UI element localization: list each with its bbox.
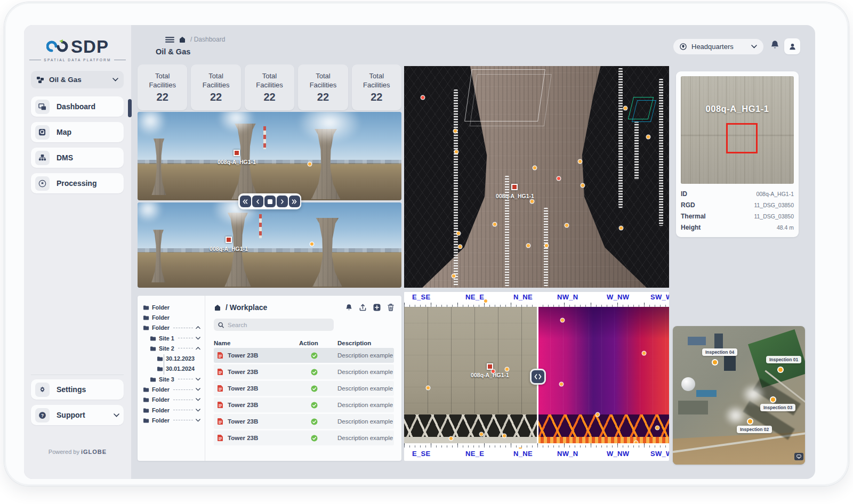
- sidebar-item-map[interactable]: Map: [31, 122, 124, 142]
- split-resize-handle[interactable]: [530, 369, 546, 385]
- tree-item-folder[interactable]: Folder: [143, 415, 202, 425]
- table-row[interactable]: Tower 23B Description example: [214, 397, 394, 412]
- defect-dot[interactable]: [505, 368, 509, 371]
- defect-dot[interactable]: [421, 96, 424, 99]
- hamburger-menu-icon[interactable]: [165, 36, 174, 43]
- row-action[interactable]: [299, 385, 337, 392]
- facility-marker[interactable]: [487, 363, 493, 370]
- tree-item-site-2[interactable]: Site 2: [143, 343, 202, 353]
- defect-dot[interactable]: [642, 352, 646, 355]
- inspection-pin-dot[interactable]: [778, 368, 783, 372]
- inspection-pin-dot[interactable]: [771, 397, 775, 402]
- tree-item-site-1[interactable]: Site 1: [143, 333, 202, 343]
- defect-dot[interactable]: [308, 162, 311, 166]
- chevron-up-icon[interactable]: [196, 326, 200, 329]
- defect-dot[interactable]: [530, 200, 534, 203]
- facility-marker[interactable]: [226, 237, 232, 243]
- breadcrumb[interactable]: / Dashboard: [190, 36, 225, 43]
- chevron-down-icon[interactable]: [196, 398, 200, 401]
- defect-dot[interactable]: [458, 245, 462, 248]
- trash-icon[interactable]: [388, 304, 394, 311]
- sidebar-item-support[interactable]: ? Support: [31, 405, 124, 425]
- first-button[interactable]: [240, 196, 251, 207]
- column-description[interactable]: Description: [337, 340, 371, 346]
- add-icon[interactable]: [373, 304, 381, 311]
- row-action[interactable]: [299, 402, 337, 409]
- location-select[interactable]: Headquarters: [673, 39, 763, 54]
- sidebar-item-dms[interactable]: DMS: [31, 148, 124, 168]
- facility-marker[interactable]: [234, 150, 240, 156]
- tree-item-folder[interactable]: Folder: [143, 302, 202, 312]
- gallery-photo-top[interactable]: 008q-A_HG1-1: [138, 112, 401, 200]
- defect-dot[interactable]: [656, 426, 659, 429]
- tree-item-folder[interactable]: Folder: [143, 312, 202, 322]
- defect-dot[interactable]: [557, 177, 560, 180]
- pointcloud-3d-viewer[interactable]: 008q-A_HG1-1: [404, 66, 669, 288]
- column-name[interactable]: Name: [214, 340, 299, 346]
- chevron-down-icon[interactable]: [196, 409, 200, 412]
- defect-dot[interactable]: [452, 274, 455, 278]
- tree-item-folder[interactable]: Folder: [143, 384, 202, 394]
- defect-dot[interactable]: [455, 150, 458, 153]
- column-action[interactable]: Action: [299, 340, 337, 346]
- defect-dot[interactable]: [426, 386, 430, 389]
- defect-dot[interactable]: [493, 223, 496, 226]
- sidebar-item-dashboard[interactable]: Dashboard: [31, 96, 124, 117]
- tree-item-folder[interactable]: Folder: [143, 395, 202, 405]
- chevron-down-icon[interactable]: [196, 337, 200, 340]
- inspection-pin-label[interactable]: Inspection 04: [702, 348, 737, 356]
- last-button[interactable]: [289, 196, 300, 207]
- tree-item-30-12-2023[interactable]: 30.12.2023: [143, 353, 202, 363]
- row-action[interactable]: [299, 418, 337, 425]
- defect-dot[interactable]: [647, 135, 650, 139]
- table-row[interactable]: Tower 23B Description example: [214, 381, 394, 396]
- table-row[interactable]: Tower 23B Description example: [214, 430, 394, 445]
- site-map-view[interactable]: Inspection 04Inspection 01Inspection 03I…: [673, 326, 805, 465]
- defect-dot[interactable]: [596, 413, 599, 416]
- home-icon[interactable]: [179, 36, 186, 43]
- search-input[interactable]: [228, 322, 329, 328]
- defect-dot[interactable]: [560, 383, 563, 386]
- tree-item-folder[interactable]: Folder: [143, 323, 202, 333]
- inspection-pin-dot[interactable]: [748, 419, 752, 424]
- inspection-pin-label[interactable]: Inspection 01: [766, 356, 801, 363]
- defect-dot[interactable]: [565, 224, 568, 227]
- row-action[interactable]: [299, 435, 337, 442]
- workspace-select[interactable]: Oil & Gas: [31, 71, 124, 88]
- inspection-pin-label[interactable]: Inspection 02: [737, 426, 772, 433]
- facility-surface-image[interactable]: 008q-A_HG1-1: [681, 76, 794, 184]
- facility-marker[interactable]: [511, 184, 518, 190]
- defect-dot[interactable]: [310, 242, 313, 246]
- defect-dot[interactable]: [545, 244, 548, 247]
- notifications-button[interactable]: [770, 40, 779, 52]
- defect-dot[interactable]: [454, 129, 457, 133]
- defect-dot[interactable]: [619, 226, 623, 230]
- next-button[interactable]: [277, 196, 288, 207]
- chevron-down-icon[interactable]: [196, 419, 200, 422]
- bell-icon[interactable]: [345, 304, 352, 311]
- defect-dot[interactable]: [578, 160, 582, 163]
- table-row[interactable]: Tower 23B Description example: [214, 348, 394, 363]
- sidebar-item-processing[interactable]: Processing: [31, 173, 124, 193]
- tree-item-site-3[interactable]: Site 3: [143, 374, 202, 384]
- surface-strip-viewer[interactable]: E_SENE_EN_NENW_NW_NWSW_W 008q-A_HG1-1 E_…: [404, 292, 669, 461]
- defect-dot[interactable]: [561, 319, 564, 322]
- chevron-up-icon[interactable]: [196, 347, 200, 350]
- row-action[interactable]: [299, 369, 337, 376]
- defect-dot[interactable]: [581, 184, 584, 187]
- defect-dot[interactable]: [503, 434, 506, 437]
- table-row[interactable]: Tower 23B Description example: [214, 364, 394, 379]
- sidebar-item-settings[interactable]: Settings: [31, 379, 124, 400]
- map-mode-button[interactable]: [794, 453, 803, 460]
- inspection-pin-dot[interactable]: [713, 360, 717, 364]
- home-icon[interactable]: [214, 304, 221, 311]
- user-account-button[interactable]: [784, 38, 800, 54]
- tree-item-30-01-2024[interactable]: 30.01.2024: [143, 364, 202, 374]
- stop-button[interactable]: [264, 196, 276, 207]
- row-action[interactable]: [299, 352, 337, 359]
- defect-dot[interactable]: [624, 107, 627, 110]
- defect-dot[interactable]: [527, 244, 530, 247]
- defect-dot[interactable]: [480, 433, 483, 436]
- table-row[interactable]: Tower 23B Description example: [214, 414, 394, 429]
- defect-dot[interactable]: [449, 437, 453, 440]
